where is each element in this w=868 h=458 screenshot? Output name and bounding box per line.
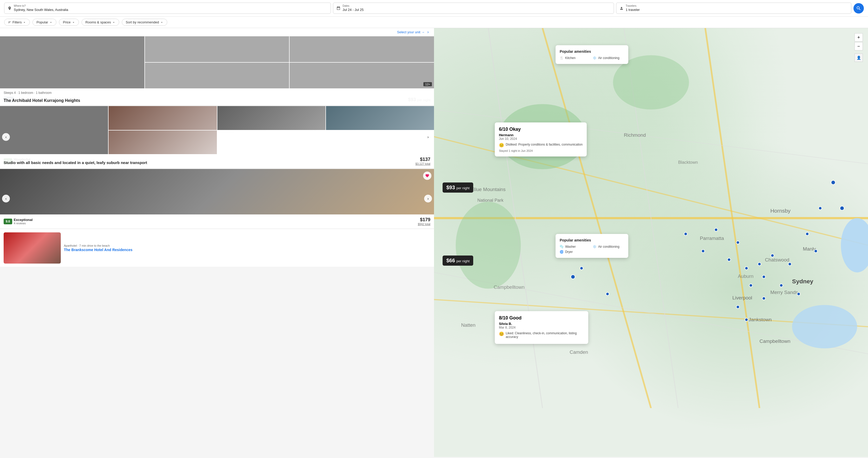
listing-info-3: 9.6 Exceptional 4 reviews $179 $942 tota… [0, 214, 434, 228]
map-marker-23[interactable] [831, 180, 836, 185]
zoom-in-button[interactable]: + [855, 33, 863, 41]
price-block-3: $179 $942 total [418, 217, 430, 226]
calendar-icon [336, 6, 341, 10]
review-score-2: 8/10 Good [499, 315, 584, 321]
map-background [434, 28, 868, 457]
map-marker-3[interactable] [606, 292, 609, 296]
amenity-dryer: 🌀 Dryer [560, 250, 591, 254]
prev-image-button[interactable]: ‹ [2, 133, 10, 141]
sentiment-icon-1: 😐 [499, 143, 504, 148]
chevron-down-icon [112, 21, 115, 24]
chevron-down-icon [160, 21, 163, 24]
price-total-2: $3,127 total [415, 162, 431, 165]
dates-field[interactable]: Dates Jul 24 - Jul 25 [333, 3, 614, 14]
listing-type: Aparthotel · 7 min drive to the beach [64, 244, 430, 247]
map-review-popup-2: 8/10 Good Silvia B. Mar 8, 2024 😊 Liked:… [495, 311, 588, 344]
map-marker-10[interactable] [749, 284, 753, 287]
map-marker-11[interactable] [757, 262, 761, 266]
popup-1-title: Popular amenities [560, 49, 624, 54]
map-marker-21[interactable] [745, 318, 748, 321]
dates-label: Dates [343, 4, 364, 7]
map-marker-17[interactable] [805, 232, 809, 236]
review-date-1: Jun 10, 2024 [499, 137, 583, 141]
image-count-badge: 12+ [423, 82, 432, 86]
map-marker-22[interactable] [762, 296, 766, 300]
listing-thumbnail [4, 232, 61, 264]
rooms-button[interactable]: Rooms & spaces [82, 19, 119, 26]
popular-button[interactable]: Popular [32, 19, 56, 26]
next-image-button-3[interactable]: › [424, 195, 432, 202]
price-button[interactable]: Price [59, 19, 79, 26]
map-marker-8[interactable] [736, 241, 740, 244]
map-container[interactable]: Hornsby Manly Sydney Liverpool Jankstown… [434, 28, 868, 457]
wishlist-button[interactable] [423, 172, 431, 180]
price-main-2: $137 [415, 157, 431, 162]
map-marker-9[interactable] [745, 266, 748, 270]
filters-button[interactable]: Filters [4, 19, 30, 26]
rating-badge-3: 9.6 Exceptional 4 reviews [4, 218, 33, 225]
reviewer-name-2: Silvia B. [499, 322, 584, 326]
map-popup-1: Popular amenities 🍴 Kitchen ❄️ Air condi… [556, 45, 628, 64]
search-button[interactable] [854, 3, 864, 13]
map-marker-16[interactable] [797, 292, 801, 296]
review-text-1: Disliked: Property conditions & faciliti… [506, 143, 583, 146]
popup-1-amenities: 🍴 Kitchen ❄️ Air conditioning [560, 56, 624, 60]
map-marker-1[interactable] [570, 275, 575, 279]
map-controls: + − 👤 [855, 33, 863, 62]
map-marker-15[interactable] [788, 262, 792, 266]
listings-panel: Select your unit → 12+ The Archibald Hot… [0, 28, 434, 457]
rating-score-3: 9.6 [4, 219, 12, 224]
stayed-1: Stayed 1 night in Jun 2024 [499, 149, 583, 152]
next-image-button[interactable]: › [424, 133, 432, 141]
chevron-down-icon [49, 21, 53, 24]
destination-field[interactable]: Where to? Sydney, New South Wales, Austr… [4, 3, 331, 14]
listing-exceptional[interactable]: ‹ › 9.6 Exceptional 4 reviews [0, 169, 434, 228]
map-marker-5[interactable] [701, 249, 705, 253]
sort-button[interactable]: Sort by recommended [122, 19, 167, 26]
travelers-field[interactable]: Travelers 1 traveler [616, 3, 851, 14]
listing-info-small: Aparthotel · 7 min drive to the beach Th… [64, 244, 430, 252]
listing-description-overlay: Studio with all basic needs and located … [0, 157, 151, 168]
map-marker-14[interactable] [779, 284, 783, 287]
review-text-2: Liked: Cleanliness, check-in, communicat… [506, 332, 584, 339]
listing-brankscome[interactable]: Aparthotel · 7 min drive to the beach Th… [0, 229, 434, 267]
listing-title: The Archibald Hotel Kurrajong Heights [0, 96, 434, 105]
destination-value: Sydney, New South Wales, Australia [14, 8, 68, 12]
listing-archibald[interactable]: 12+ The Archibald Hotel Kurrajong Height… [0, 36, 434, 105]
filter-icon [8, 21, 11, 24]
map-panel: Hornsby Manly Sydney Liverpool Jankstown… [434, 28, 868, 457]
price-total-3: $942 total [418, 223, 430, 226]
popup-2-title: Popular amenities [560, 238, 624, 242]
map-marker-7[interactable] [727, 258, 731, 261]
listing-name-small: The Brankscome Hotel And Residences [64, 248, 430, 252]
filter-bar: Filters Popular Price Rooms & spaces Sor… [0, 17, 868, 28]
chevron-down-icon [23, 21, 26, 24]
amenity-kitchen: 🍴 Kitchen [560, 56, 591, 60]
listing-studio[interactable]: ‹ › Studio with all basic needs and loca… [0, 106, 434, 168]
map-marker-20[interactable] [736, 305, 740, 309]
map-marker-13[interactable] [771, 254, 774, 257]
price-tag-93[interactable]: $93 per night [442, 182, 473, 193]
review-date-2: Mar 8, 2024 [499, 326, 584, 329]
chevron-right-icon [426, 30, 430, 34]
prev-image-button-3[interactable]: ‹ [2, 195, 10, 202]
map-marker-12[interactable] [762, 275, 766, 279]
popup-2-amenities: 🫧 Washer ❄️ Air conditioning 🌀 Dryer [560, 245, 624, 254]
street-view-button[interactable]: 👤 [855, 54, 863, 62]
map-marker-4[interactable] [684, 232, 687, 236]
person-icon [619, 6, 624, 10]
map-marker-19[interactable] [818, 206, 822, 210]
dates-value: Jul 24 - Jul 25 [343, 8, 364, 12]
location-icon [7, 6, 12, 10]
select-unit-banner[interactable]: Select your unit → [0, 28, 434, 36]
rating-label-3: Exceptional [14, 218, 33, 222]
price-tag-66[interactable]: $66 per night [442, 256, 473, 266]
zoom-out-button[interactable]: − [855, 42, 863, 51]
sentiment-icon-2: 😊 [499, 332, 504, 336]
review-score-1: 6/10 Okay [499, 126, 583, 132]
rating-count-3: 4 reviews [14, 222, 33, 225]
map-marker-6[interactable] [714, 228, 718, 232]
map-marker-24[interactable] [840, 206, 844, 210]
map-marker-2[interactable] [580, 266, 583, 270]
map-marker-18[interactable] [814, 249, 817, 253]
